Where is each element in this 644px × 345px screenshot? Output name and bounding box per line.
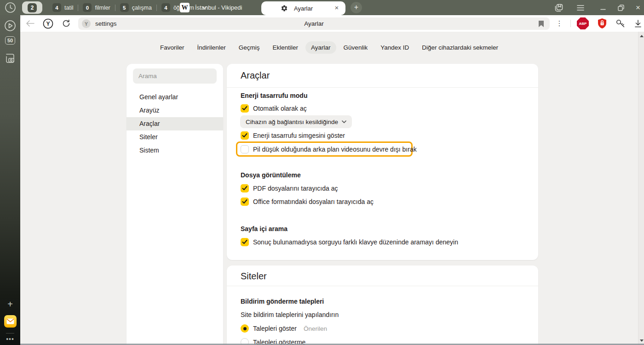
nav-gecmis[interactable]: Geçmiş <box>233 41 265 54</box>
toolbar-more-icon[interactable]: ⋮ <box>554 15 565 32</box>
section-title: Siteler <box>241 271 267 282</box>
screenshot-icon[interactable] <box>0 53 20 64</box>
tab-group-active[interactable]: 2 <box>22 1 42 14</box>
checkbox-keyboard-layout[interactable] <box>241 238 249 246</box>
back-button[interactable] <box>24 15 37 32</box>
recommended-badge: Önerilen <box>304 325 327 332</box>
show-icon-row: Enerji tasarrufu simgesini göster <box>241 131 345 140</box>
counter-badge[interactable]: 50 <box>0 36 20 45</box>
menu-genel-ayarlar[interactable]: Genel ayarlar <box>126 90 223 104</box>
tab-group-tatil[interactable]: 4 tatil <box>48 3 78 12</box>
bookmark-icon[interactable] <box>538 20 544 28</box>
video-play-icon[interactable] <box>0 20 20 32</box>
new-tab-button[interactable]: + <box>351 2 362 13</box>
keyboard-layout-row: Sonuç bulunamadıysa sorguyu farklı klavy… <box>241 238 458 247</box>
menu-arayuz[interactable]: Arayüz <box>126 104 223 117</box>
menu-araclar[interactable]: Araçlar <box>126 117 223 130</box>
page-scrollbar[interactable] <box>638 32 644 345</box>
office-row: Office formatındaki dosyaları tarayıcıda… <box>241 197 374 206</box>
tab-title: İstanbul - Vikipedi <box>195 4 242 11</box>
browser-menu-icon[interactable] <box>573 0 588 15</box>
window-restore-button[interactable] <box>613 0 629 15</box>
energy-condition-dropdown[interactable]: Cihazın ağ bağlantısı kesildiğinde <box>240 115 352 128</box>
left-sidebar: 50 + ••• <box>0 15 20 345</box>
tools-section-card: Araçlar Enerji tasarrufu modu Otomatik o… <box>227 64 538 260</box>
auto-on-row: Otomatik olarak aç <box>241 104 307 113</box>
history-clock-icon[interactable] <box>5 2 16 13</box>
checkbox-battery-video[interactable] <box>241 145 249 153</box>
window-minimize-button[interactable] <box>595 0 611 15</box>
nav-diger-cihazlar[interactable]: Diğer cihazlardaki sekmeler <box>416 41 504 54</box>
section-title: Araçlar <box>241 70 270 81</box>
divider <box>570 20 571 27</box>
tab-group-calisma[interactable]: 5 çalışma <box>115 3 156 12</box>
settings-page: Favoriler İndirilenler Geçmiş Eklentiler… <box>20 32 644 345</box>
tab-group-filmler[interactable]: 0 filmler <box>78 3 115 12</box>
refresh-button[interactable] <box>60 15 73 32</box>
notifications-heading: Bildirim gönderme talepleri <box>241 298 324 305</box>
energy-heading: Enerji tasarrufu modu <box>241 92 307 99</box>
checkbox-auto-on[interactable] <box>241 104 249 113</box>
divider <box>6 333 14 334</box>
files-heading: Dosya görüntüleme <box>241 171 301 179</box>
highlighted-setting-box: Pil düşük olduğunda arka plan videosunu … <box>236 141 413 157</box>
tab-close-icon[interactable]: × <box>333 4 341 12</box>
tab-istanbul-vikipedi[interactable]: W İstanbul - Vikipedi <box>180 2 242 13</box>
nav-yandex-id[interactable]: Yandex ID <box>375 41 414 54</box>
settings-menu-panel: Genel ayarlar Arayüz Araçlar Siteler Sis… <box>126 64 223 345</box>
add-panel-plus-icon[interactable]: + <box>0 299 20 310</box>
nav-indirilenler[interactable]: İndirilenler <box>192 41 231 54</box>
pdf-row: PDF dosyalarını tarayıcıda aç <box>241 184 338 193</box>
nav-eklentiler[interactable]: Eklentiler <box>267 41 304 54</box>
settings-search-input[interactable] <box>133 68 217 84</box>
browser-window: 2 4 tatil 0 filmler 5 çalışma 4 öğrenim <box>0 0 644 345</box>
chevron-down-icon <box>342 120 346 124</box>
menu-sistem[interactable]: Sistem <box>126 144 223 157</box>
tab-ayarlar-active[interactable]: Ayarlar × <box>261 1 345 15</box>
adblock-plus-extension-icon[interactable]: ABP <box>575 15 591 32</box>
divider <box>227 286 538 286</box>
notifications-subtext: Site bildirim taleplerini yapılandırın <box>241 311 339 318</box>
scroll-down-arrow[interactable] <box>640 339 644 342</box>
settings-menu-list: Genel ayarlar Arayüz Araçlar Siteler Sis… <box>126 90 223 157</box>
more-panels-icon[interactable]: ••• <box>0 335 20 343</box>
window-close-button[interactable]: × <box>630 0 644 15</box>
page-title: Ayarlar <box>78 20 550 27</box>
protect-shield-icon[interactable] <box>594 15 610 32</box>
settings-nav: Favoriler İndirilenler Geçmiş Eklentiler… <box>20 41 638 54</box>
menu-siteler[interactable]: Siteler <box>126 130 223 144</box>
downloads-icon[interactable] <box>630 15 644 32</box>
sites-section-card: Siteler Bildirim gönderme talepleri Site… <box>227 266 538 345</box>
find-heading: Sayfa içi arama <box>241 225 288 232</box>
checkbox-show-energy-icon[interactable] <box>241 131 249 140</box>
divider <box>227 87 538 88</box>
side-panel-icon[interactable] <box>551 0 567 15</box>
scroll-up-arrow[interactable] <box>640 35 644 37</box>
nav-guvenlik[interactable]: Güvenlik <box>338 41 374 54</box>
password-manager-key-icon[interactable] <box>613 15 628 32</box>
tab-strip: 2 4 tatil 0 filmler 5 çalışma 4 öğrenim <box>0 0 644 15</box>
browser-toolbar: Y Y settings Ayarlar ⋮ ABP <box>20 15 644 32</box>
yandex-mail-icon[interactable] <box>0 315 20 328</box>
radio-show-row: Talepleri göster Önerilen <box>241 324 327 333</box>
tab-group-count: 2 <box>28 3 37 12</box>
nav-favoriler[interactable]: Favoriler <box>155 41 190 54</box>
gear-icon <box>281 5 288 12</box>
checkbox-office[interactable] <box>241 198 249 206</box>
radio-show-requests[interactable] <box>241 324 249 333</box>
checkbox-pdf[interactable] <box>241 184 249 192</box>
address-bar[interactable]: Y settings Ayarlar <box>78 17 550 30</box>
svg-text:Y: Y <box>46 21 50 27</box>
nav-ayarlar[interactable]: Ayarlar <box>305 41 336 54</box>
wikipedia-favicon: W <box>180 3 190 12</box>
yandex-home-button[interactable]: Y <box>41 15 54 32</box>
